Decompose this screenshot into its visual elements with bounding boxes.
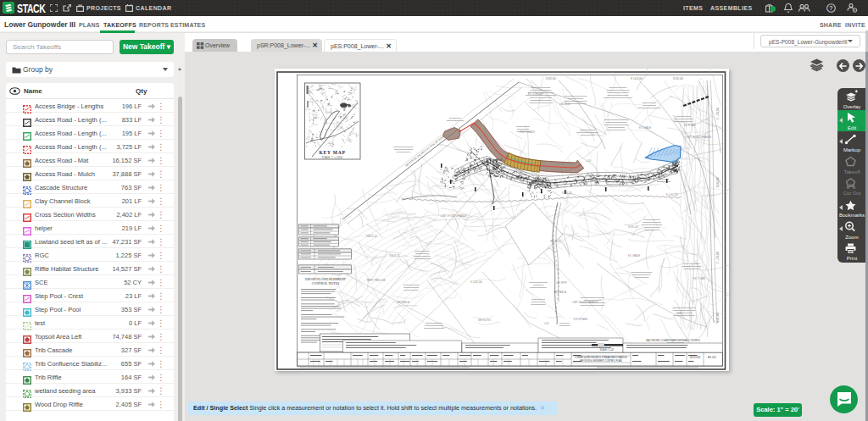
svg-text:E 1,402,100: E 1,402,100 bbox=[666, 193, 679, 197]
svg-text:N 585,500: N 585,500 bbox=[546, 77, 557, 80]
svg-text:KEY MAP: KEY MAP bbox=[319, 150, 345, 155]
svg-text:EX. GRADE: EX. GRADE bbox=[628, 254, 640, 258]
svg-text:E 1,402,100: E 1,402,100 bbox=[470, 280, 483, 284]
svg-text:EROSION & SEDIMENT CONTROL PLA: EROSION & SEDIMENT CONTROL PLAN bbox=[580, 359, 621, 363]
svg-text:BALTIMORE COUNTY DEPT OF PUBLI: BALTIMORE COUNTY DEPT OF PUBLIC WORKS bbox=[646, 339, 700, 342]
svg-text:N 585,250: N 585,250 bbox=[628, 225, 639, 229]
svg-text:?: ? bbox=[829, 5, 832, 11]
svg-text:WETLAND A: WETLAND A bbox=[397, 301, 409, 304]
svg-text:100-YR FP: 100-YR FP bbox=[556, 281, 567, 285]
svg-text:SEE NOTE 3: SEE NOTE 3 bbox=[478, 319, 492, 322]
svg-text:LOD: LOD bbox=[587, 159, 591, 163]
svg-text:PROP. TREE LINE: PROP. TREE LINE bbox=[367, 279, 386, 282]
svg-text:EX. 8” SAN: EX. 8” SAN bbox=[693, 277, 704, 280]
svg-text:LOWER GUNPOWDER III STREAM RES: LOWER GUNPOWDER III STREAM RESTORATION bbox=[575, 356, 626, 359]
svg-text:STA 12+50: STA 12+50 bbox=[389, 254, 400, 258]
svg-text:N 584,500: N 584,500 bbox=[716, 312, 720, 323]
svg-text:E 1,403,000: E 1,403,000 bbox=[631, 77, 643, 80]
svg-text:ES 101: ES 101 bbox=[708, 356, 716, 359]
svg-text:SCALE: 1”=20’: SCALE: 1”=20’ bbox=[599, 348, 615, 352]
svg-text:LIMIT OF DISTURBANCE: LIMIT OF DISTURBANCE bbox=[441, 214, 466, 218]
svg-text:CONTROL NOTES: CONTROL NOTES bbox=[312, 281, 340, 285]
svg-text:EX. 8” SAN: EX. 8” SAN bbox=[684, 124, 695, 127]
svg-text:2013-031: 2013-031 bbox=[690, 356, 701, 359]
svg-text:EX. GRADE: EX. GRADE bbox=[639, 126, 651, 130]
svg-text:INV. 182.4: INV. 182.4 bbox=[550, 240, 561, 243]
svg-text:LOD: LOD bbox=[544, 322, 548, 325]
svg-text:E 1,403,500: E 1,403,500 bbox=[716, 251, 720, 263]
svg-text:LOD: LOD bbox=[677, 312, 682, 315]
svg-text:SCALE: 1” = 2000’: SCALE: 1” = 2000’ bbox=[322, 156, 343, 159]
svg-text:LIMIT OF DISTURBANCE: LIMIT OF DISTURBANCE bbox=[686, 136, 711, 139]
svg-text:N 585,000: N 585,000 bbox=[716, 176, 720, 187]
svg-text:PROP. GRADE: PROP. GRADE bbox=[520, 130, 535, 134]
svg-text:N 585,500: N 585,500 bbox=[673, 77, 684, 80]
svg-text:E 1,403,500: E 1,403,500 bbox=[716, 107, 720, 119]
svg-text:N 585,250: N 585,250 bbox=[562, 191, 573, 195]
svg-text:STA 12+50: STA 12+50 bbox=[559, 102, 570, 106]
svg-text:WETLAND A: WETLAND A bbox=[554, 291, 566, 294]
svg-text:STA 12+50: STA 12+50 bbox=[366, 235, 377, 238]
svg-text:TOP OF BANK: TOP OF BANK bbox=[573, 318, 588, 321]
